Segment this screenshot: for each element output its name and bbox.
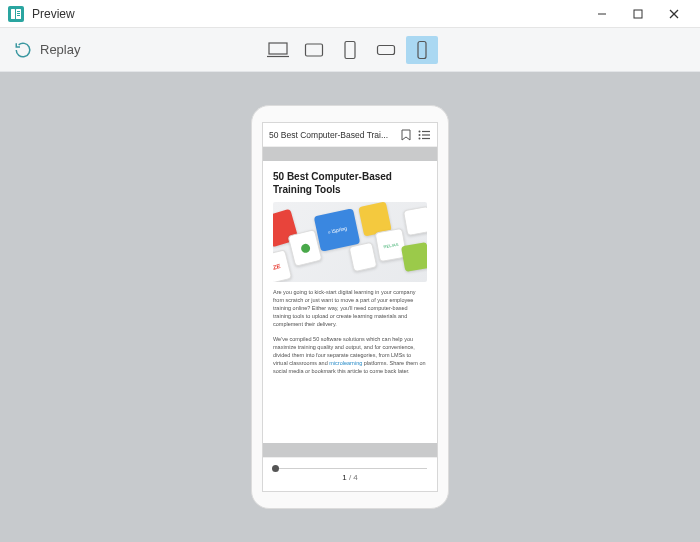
bookmark-icon[interactable] [399, 128, 413, 142]
svg-rect-13 [378, 45, 395, 54]
replay-icon [14, 41, 32, 59]
app-icon [8, 6, 24, 22]
document-header: 50 Best Computer-Based Trai... [263, 123, 437, 147]
svg-rect-6 [634, 10, 642, 18]
bottom-margin-band [263, 443, 437, 457]
close-button[interactable] [656, 0, 692, 28]
page-total: 4 [353, 473, 357, 482]
svg-rect-2 [17, 11, 20, 12]
svg-rect-12 [345, 41, 355, 58]
svg-rect-14 [418, 41, 426, 58]
hero-image: ⟐ iSpring [273, 202, 427, 282]
document-heading: 50 Best Computer-Based Training Tools [273, 171, 427, 196]
microlearning-link[interactable]: microlearning [329, 360, 362, 366]
window-controls [584, 0, 692, 28]
device-phone-portrait-button[interactable] [406, 36, 438, 64]
top-margin-band [263, 147, 437, 161]
svg-rect-0 [11, 9, 15, 19]
svg-rect-9 [269, 43, 287, 54]
preview-stage: 50 Best Computer-Based Trai... 50 Best C… [0, 72, 700, 542]
phone-screen: 50 Best Computer-Based Trai... 50 Best C… [262, 122, 438, 492]
page-slider-thumb[interactable] [272, 465, 279, 472]
maximize-button[interactable] [620, 0, 656, 28]
paragraph-1: Are you going to kick-start digital lear… [273, 289, 427, 329]
svg-point-17 [419, 134, 421, 136]
phone-frame: 50 Best Computer-Based Trai... 50 Best C… [251, 105, 449, 509]
svg-rect-3 [17, 13, 20, 14]
page-slider[interactable] [273, 468, 427, 469]
titlebar: Preview [0, 0, 700, 28]
replay-label: Replay [40, 42, 80, 57]
document-body[interactable]: 50 Best Computer-Based Training Tools ⟐ … [263, 161, 437, 443]
svg-point-15 [419, 130, 421, 132]
document-footer: 1 / 4 [263, 457, 437, 491]
device-phone-landscape-button[interactable] [370, 36, 402, 64]
device-tablet-landscape-button[interactable] [298, 36, 330, 64]
document-title: 50 Best Computer-Based Trai... [269, 130, 395, 140]
list-icon[interactable] [417, 128, 431, 142]
minimize-button[interactable] [584, 0, 620, 28]
device-tablet-portrait-button[interactable] [334, 36, 366, 64]
svg-point-19 [419, 137, 421, 139]
replay-button[interactable]: Replay [14, 41, 80, 59]
svg-rect-11 [306, 44, 323, 56]
page-indicator: 1 / 4 [342, 473, 358, 482]
svg-rect-4 [17, 15, 20, 16]
device-desktop-button[interactable] [262, 36, 294, 64]
window-title: Preview [32, 7, 75, 21]
device-switcher [262, 36, 438, 64]
paragraph-2: We've compiled 50 software solutions whi… [273, 336, 427, 376]
titlebar-left: Preview [8, 6, 75, 22]
toolbar: Replay [0, 28, 700, 72]
